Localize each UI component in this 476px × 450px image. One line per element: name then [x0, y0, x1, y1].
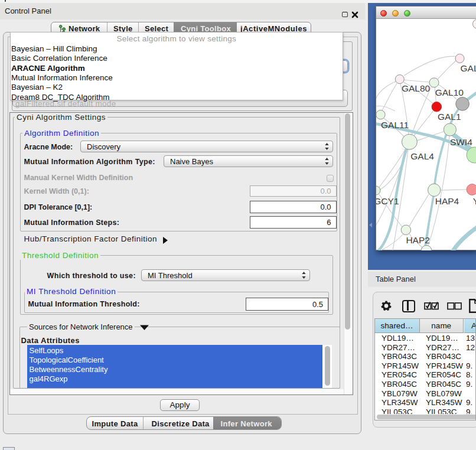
svg-text:HAP4: HAP4	[435, 196, 459, 206]
svg-text:SWI4: SWI4	[449, 137, 472, 147]
svg-text:GAL11: GAL11	[381, 120, 409, 130]
svg-text:GAL10: GAL10	[435, 87, 464, 97]
svg-text:YJL: YJL	[472, 196, 476, 206]
svg-text:GAL7: GAL7	[460, 63, 476, 73]
svg-text:GCY1: GCY1	[376, 196, 399, 206]
svg-text:HAP2: HAP2	[406, 235, 430, 245]
svg-text:GAL4: GAL4	[410, 151, 434, 161]
svg-text:GAL80: GAL80	[401, 83, 430, 93]
svg-text:GAL1: GAL1	[437, 112, 461, 122]
